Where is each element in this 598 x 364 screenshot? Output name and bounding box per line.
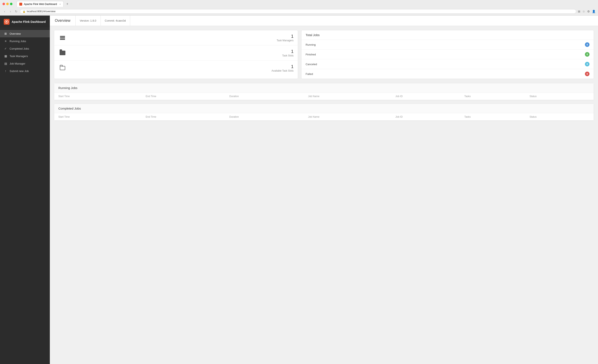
- jobs-summary-card: Total Jobs Running 0 Finished 0 Canceled…: [301, 30, 594, 79]
- folder-filled-icon: [60, 51, 66, 55]
- running-jobs-table-container: Start Time End Time Duration Job Name Jo…: [54, 93, 594, 100]
- browser-titlebar: Apache Flink Web Dashboard × +: [0, 0, 598, 8]
- version-meta: Version: 1.8.0: [75, 16, 101, 26]
- submit-job-icon: ↑: [4, 69, 8, 73]
- col-tasks: Tasks: [460, 93, 525, 100]
- sidebar-item-job-manager[interactable]: ▤ Job Manager: [0, 60, 50, 67]
- running-jobs-icon: ≡: [4, 40, 8, 43]
- content-area: 1 Task Managers 1 Task Slots: [50, 26, 598, 128]
- col-status: Status: [525, 93, 594, 100]
- bookmark-icon[interactable]: ☆: [582, 10, 585, 13]
- forward-button[interactable]: ›: [8, 10, 12, 13]
- sidebar-item-label-task-managers: Task Managers: [9, 55, 28, 58]
- completed-jobs-table-header: Completed Jobs: [54, 104, 594, 113]
- sidebar: Apache Flink Dashboard ⊞ Overview ≡ Runn…: [0, 16, 50, 364]
- jobs-summary-header: Total Jobs: [301, 30, 594, 40]
- col-status-c: Status: [525, 113, 594, 121]
- job-status-failed: Failed 0: [301, 69, 594, 79]
- finished-label: Finished: [306, 53, 585, 56]
- stats-row: 1 Task Managers 1 Task Slots: [54, 30, 594, 79]
- task-slots-value-area: 1 Task Slots: [67, 49, 294, 57]
- sidebar-item-running-jobs[interactable]: ≡ Running Jobs: [0, 37, 50, 45]
- sidebar-item-completed-jobs[interactable]: ✓ Completed Jobs: [0, 45, 50, 52]
- page-header: Overview Version: 1.8.0 Commit: 4caec0d: [50, 16, 598, 26]
- sidebar-item-label-completed-jobs: Completed Jobs: [9, 47, 29, 50]
- traffic-lights: [2, 3, 12, 5]
- col-duration-c: Duration: [225, 113, 304, 121]
- active-tab[interactable]: Apache Flink Web Dashboard ×: [17, 1, 64, 7]
- commit-meta: Commit: 4caec0d: [101, 16, 130, 26]
- sidebar-item-overview[interactable]: ⊞ Overview: [0, 30, 50, 37]
- available-slots-value: 1: [67, 64, 294, 69]
- sidebar-title: Apache Flink Dashboard: [12, 20, 46, 24]
- available-slots-icon-container: [58, 66, 67, 70]
- task-managers-icon: [58, 36, 67, 40]
- col-job-id-c: Job ID: [391, 113, 460, 121]
- col-duration: Duration: [225, 93, 304, 100]
- task-managers-stat: 1 Task Managers: [54, 30, 298, 45]
- new-tab-button[interactable]: +: [65, 2, 70, 6]
- running-label: Running: [306, 43, 585, 46]
- back-button[interactable]: ‹: [2, 10, 7, 13]
- available-slots-value-area: 1 Available Task Slots: [67, 64, 294, 72]
- tab-close-button[interactable]: ×: [59, 3, 61, 5]
- col-start-time-c: Start Time: [54, 113, 141, 121]
- task-slots-label: Task Slots: [67, 54, 294, 57]
- col-job-name: Job Name: [304, 93, 391, 100]
- sidebar-logo: [4, 19, 9, 25]
- sidebar-item-submit-job[interactable]: ↑ Submit new Job: [0, 67, 50, 75]
- page-meta: Version: 1.8.0 Commit: 4caec0d: [75, 16, 130, 26]
- refresh-button[interactable]: ↻: [14, 10, 18, 13]
- sidebar-item-task-managers[interactable]: ▦ Task Managers: [0, 52, 50, 60]
- main-content: Overview Version: 1.8.0 Commit: 4caec0d: [50, 16, 598, 364]
- completed-jobs-columns: Start Time End Time Duration Job Name Jo…: [54, 113, 594, 121]
- col-end-time-c: End Time: [141, 113, 225, 121]
- task-slots-icon-container: [58, 51, 67, 55]
- tab-title: Apache Flink Web Dashboard: [24, 3, 57, 6]
- finished-badge: 0: [585, 52, 590, 57]
- completed-jobs-table-container: Start Time End Time Duration Job Name Jo…: [54, 113, 594, 121]
- completed-jobs-icon: ✓: [4, 47, 8, 50]
- page-title: Overview: [55, 18, 70, 23]
- lock-icon: 🔒: [23, 10, 25, 13]
- maximize-window-button[interactable]: [10, 3, 12, 5]
- running-badge: 0: [585, 42, 590, 47]
- running-jobs-section: Running Jobs Start Time End Time Duratio…: [54, 83, 594, 100]
- task-managers-label: Task Managers: [67, 39, 294, 42]
- sidebar-item-label-job-manager: Job Manager: [9, 62, 25, 65]
- address-text: localhost:8081/#/overview: [27, 10, 55, 13]
- sidebar-header: Apache Flink Dashboard: [0, 16, 50, 28]
- close-window-button[interactable]: [2, 3, 5, 5]
- profile-icon[interactable]: 👤: [592, 10, 596, 13]
- stats-card: 1 Task Managers 1 Task Slots: [54, 30, 298, 79]
- browser-toolbar: ‹ › ↻ 🔒 localhost:8081/#/overview ⊞ ☆ ⚙ …: [0, 8, 598, 15]
- job-manager-icon: ▤: [4, 62, 8, 65]
- completed-jobs-table: Start Time End Time Duration Job Name Jo…: [54, 113, 594, 121]
- minimize-window-button[interactable]: [6, 3, 9, 5]
- completed-jobs-section: Completed Jobs Start Time End Time Durat…: [54, 104, 594, 121]
- running-jobs-table-header: Running Jobs: [54, 83, 594, 93]
- col-job-name-c: Job Name: [304, 113, 391, 121]
- translate-icon[interactable]: ⊞: [578, 10, 580, 13]
- address-bar[interactable]: 🔒 localhost:8081/#/overview: [20, 9, 576, 14]
- task-managers-value-area: 1 Task Managers: [67, 34, 294, 42]
- sidebar-item-label-running-jobs: Running Jobs: [9, 40, 26, 43]
- available-slots-stat: 1 Available Task Slots: [54, 61, 298, 75]
- task-slots-value: 1: [67, 49, 294, 54]
- app-container: Apache Flink Dashboard ⊞ Overview ≡ Runn…: [0, 16, 598, 364]
- browser-chrome: Apache Flink Web Dashboard × + ‹ › ↻ 🔒 l…: [0, 0, 598, 16]
- overview-icon: ⊞: [4, 32, 8, 35]
- sidebar-item-label-submit-job: Submit new Job: [9, 70, 29, 73]
- task-slots-stat: 1 Task Slots: [54, 45, 298, 61]
- sidebar-nav: ⊞ Overview ≡ Running Jobs ✓ Completed Jo…: [0, 28, 50, 76]
- job-status-finished: Finished 0: [301, 50, 594, 59]
- job-status-canceled: Canceled 0: [301, 59, 594, 69]
- extensions-icon[interactable]: ⚙: [587, 10, 590, 13]
- canceled-label: Canceled: [306, 63, 585, 66]
- failed-badge: 0: [585, 72, 590, 76]
- running-jobs-table: Start Time End Time Duration Job Name Jo…: [54, 93, 594, 100]
- col-job-id: Job ID: [391, 93, 460, 100]
- tab-bar: Apache Flink Web Dashboard × +: [17, 1, 596, 7]
- tab-favicon: [19, 3, 22, 6]
- available-slots-label: Available Task Slots: [67, 69, 294, 72]
